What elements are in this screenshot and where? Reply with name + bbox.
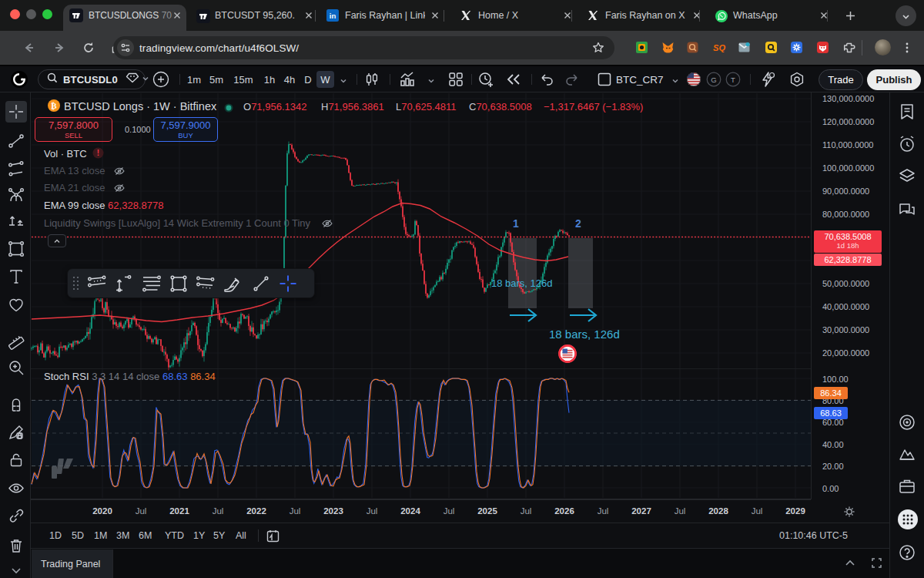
svg-text:G: G (711, 76, 716, 84)
svg-text:1: 1 (513, 217, 519, 230)
svg-text:!: ! (97, 149, 99, 157)
svg-text:SQ: SQ (713, 43, 725, 52)
svg-text:18 bars, 126d: 18 bars, 126d (549, 328, 620, 341)
svg-text:in: in (330, 12, 336, 20)
svg-text:2: 2 (575, 217, 581, 230)
svg-text:T: T (731, 76, 735, 84)
svg-text:₿: ₿ (51, 101, 57, 110)
svg-text:18 bars, 126d: 18 bars, 126d (491, 277, 553, 289)
